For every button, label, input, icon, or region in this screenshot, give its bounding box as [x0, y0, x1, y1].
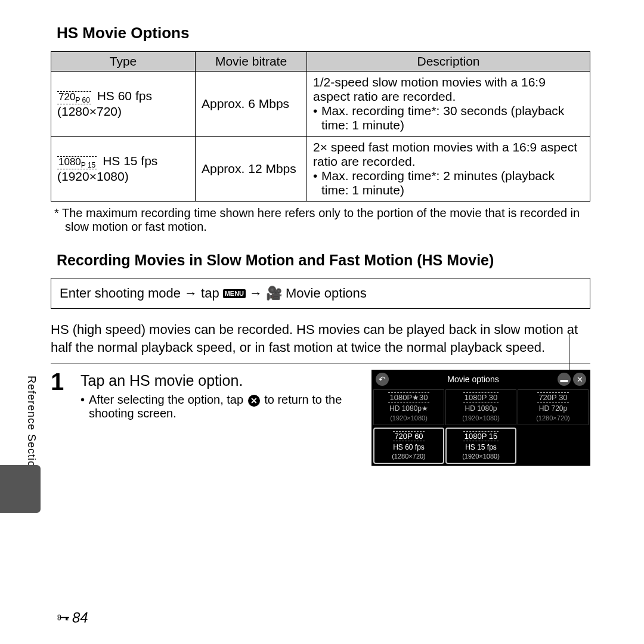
type-label: HS 15 fps [99, 154, 157, 168]
type-label: HS 60 fps [94, 89, 152, 103]
step-title: Tap an HS movie option. [80, 372, 364, 389]
section-heading-hs-options: HS Movie Options [57, 24, 590, 42]
close-icon: ✕ [248, 395, 260, 407]
menu-icon: MENU [223, 289, 246, 298]
back-icon[interactable]: ↶ [376, 373, 389, 386]
minimize-icon[interactable]: ▬ [558, 373, 571, 386]
reference-icon: 🗝 [57, 610, 70, 626]
side-section-label: Reference Section [25, 376, 38, 474]
type-resolution: (1920×1080) [57, 169, 129, 183]
bitrate-value: Approx. 6 Mbps [196, 72, 307, 137]
desc-text: 1/2-speed slow motion movies with a 16:9… [313, 75, 584, 104]
th-bitrate: Movie bitrate [196, 52, 307, 72]
hs-movie-option-item[interactable]: 720P 60 HS 60 fps (1280×720) [373, 428, 444, 464]
type-icon: 1080P 15 [57, 156, 97, 169]
step-number: 1 [51, 370, 80, 420]
body-paragraph: HS (high speed) movies can be recorded. … [51, 321, 590, 356]
th-description: Description [307, 52, 590, 72]
page-number: 🗝 84 [57, 609, 88, 626]
close-icon[interactable]: ✕ [573, 373, 586, 386]
table-row: 720P 60 HS 60 fps (1280×720) Approx. 6 M… [51, 72, 590, 137]
side-tab [0, 465, 41, 513]
step-detail-text: After selecting the option, tap [89, 393, 247, 406]
device-title: Movie options [389, 374, 558, 384]
th-type: Type [51, 52, 196, 72]
movie-icon: 🎥 [266, 286, 282, 301]
device-screenshot: ↶ Movie options ▬ ✕ 1080P★30 HD 1080p★ (… [371, 370, 590, 466]
navigation-path-box: Enter shooting mode → tap MENU → 🎥 Movie… [51, 278, 590, 309]
arrow-icon: → [249, 286, 262, 301]
hs-options-table: Type Movie bitrate Description 720P 60 H… [51, 51, 590, 202]
table-row: 1080P 15 HS 15 fps (1920×1080) Approx. 1… [51, 137, 590, 202]
movie-option-item[interactable]: 720P 30 HD 720p (1280×720) [518, 389, 589, 425]
bitrate-value: Approx. 12 Mbps [196, 137, 307, 202]
arrow-icon: → [184, 286, 197, 301]
table-footnote: * The maximum recording time shown here … [51, 206, 590, 234]
type-resolution: (1280×720) [57, 104, 122, 118]
desc-bullet: Max. recording time*: 2 minutes (playbac… [321, 169, 584, 197]
type-icon: 720P 60 [57, 91, 91, 104]
desc-text: 2× speed fast motion movies with a 16:9 … [313, 140, 584, 169]
hs-movie-option-item[interactable]: 1080P 15 HS 15 fps (1920×1080) [445, 428, 516, 464]
section-heading-recording: Recording Movies in Slow Motion and Fast… [57, 252, 590, 269]
desc-bullet: Max. recording time*: 30 seconds (playba… [321, 104, 584, 132]
movie-option-item[interactable]: 1080P★30 HD 1080p★ (1920×1080) [373, 389, 444, 425]
empty-cell [518, 428, 589, 464]
movie-option-item[interactable]: 1080P 30 HD 1080p (1920×1080) [445, 389, 516, 425]
